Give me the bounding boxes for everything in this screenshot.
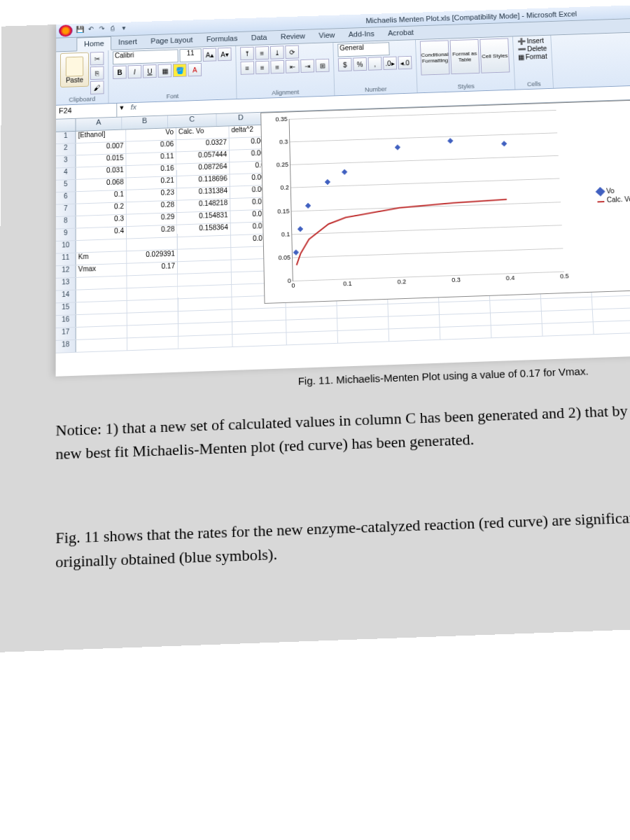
number-format-select[interactable]: General: [337, 42, 390, 57]
cell[interactable]: [594, 321, 630, 334]
indent-inc-icon[interactable]: ⇥: [300, 59, 314, 73]
cell[interactable]: [178, 248, 232, 261]
cell[interactable]: [127, 312, 178, 325]
grow-font-icon[interactable]: A▴: [203, 48, 217, 62]
border-icon[interactable]: ▦: [158, 64, 172, 77]
cell[interactable]: [232, 321, 286, 335]
cell[interactable]: [178, 235, 232, 248]
cell[interactable]: 0.4: [76, 227, 127, 240]
cell[interactable]: [76, 338, 127, 351]
cell[interactable]: [76, 326, 127, 339]
delete-cells-button[interactable]: ➖Delete: [517, 45, 547, 53]
row-header[interactable]: 9: [56, 229, 76, 241]
align-center-icon[interactable]: ≡: [255, 61, 270, 74]
tab-view[interactable]: View: [312, 29, 342, 43]
col-header[interactable]: C: [168, 114, 217, 127]
cell[interactable]: 0.154831: [177, 211, 230, 224]
name-box[interactable]: F24: [56, 104, 117, 119]
cell[interactable]: [76, 301, 127, 314]
cell[interactable]: 0.1: [76, 190, 127, 204]
cell[interactable]: 0.28: [127, 225, 178, 239]
cell[interactable]: 0.16: [126, 164, 176, 178]
cell[interactable]: [491, 324, 543, 337]
cell[interactable]: [440, 326, 492, 339]
row-header[interactable]: 11: [56, 253, 76, 266]
name-box-dropdown-icon[interactable]: ▾: [117, 103, 127, 116]
embedded-chart[interactable]: 00.050.10.150.20.250.30.3500.10.20.30.40…: [260, 100, 630, 304]
italic-button[interactable]: I: [128, 65, 142, 78]
cell[interactable]: 0.131384: [177, 187, 230, 200]
cell[interactable]: [542, 322, 594, 335]
cell[interactable]: [286, 318, 337, 332]
row-header[interactable]: 7: [56, 204, 76, 216]
shrink-font-icon[interactable]: A▾: [218, 48, 232, 61]
undo-icon[interactable]: ↶: [86, 25, 96, 35]
qat-more-icon[interactable]: ▾: [119, 24, 129, 34]
row-header[interactable]: 18: [56, 340, 76, 353]
cell[interactable]: 0.17: [127, 262, 178, 275]
cell[interactable]: 0.007: [76, 142, 127, 155]
orientation-icon[interactable]: ⟳: [285, 46, 299, 59]
cell[interactable]: [232, 332, 287, 346]
redo-icon[interactable]: ↷: [97, 24, 107, 34]
row-header[interactable]: 16: [56, 315, 76, 328]
align-middle-icon[interactable]: ≡: [255, 46, 269, 59]
row-header[interactable]: 12: [56, 265, 76, 278]
cell[interactable]: [178, 335, 232, 349]
cell[interactable]: 0.06: [126, 140, 176, 153]
copy-icon[interactable]: ⎘: [90, 66, 104, 80]
cell[interactable]: Calc. Vo: [176, 126, 230, 139]
row-header[interactable]: 14: [56, 290, 76, 303]
cell[interactable]: [541, 298, 593, 311]
cell[interactable]: Vmax: [76, 264, 127, 277]
cell[interactable]: 0.118696: [177, 174, 230, 188]
cell[interactable]: 0.015: [76, 154, 127, 167]
cell[interactable]: [542, 309, 594, 323]
cell[interactable]: [76, 276, 127, 289]
cell[interactable]: [178, 272, 232, 286]
cell[interactable]: [593, 308, 630, 321]
cell[interactable]: [232, 308, 286, 321]
font-color-icon[interactable]: A: [188, 63, 202, 76]
row-header[interactable]: 4: [56, 168, 76, 180]
row-header[interactable]: 8: [56, 216, 76, 228]
cell[interactable]: [178, 260, 232, 274]
underline-button[interactable]: U: [143, 64, 157, 78]
cell[interactable]: Km: [76, 251, 127, 265]
cell[interactable]: [127, 299, 178, 312]
cell[interactable]: [127, 237, 178, 251]
cell[interactable]: [178, 309, 232, 323]
paste-button[interactable]: Paste: [60, 52, 89, 88]
cell[interactable]: 0.029391: [127, 250, 178, 263]
dec-decimal-icon[interactable]: ◂.0: [398, 56, 412, 69]
col-header[interactable]: A: [76, 118, 122, 131]
worksheet-grid[interactable]: A B C D E F G H I J K L M 1[Ethanol]VoCa…: [56, 94, 630, 354]
fill-color-icon[interactable]: 🪣: [173, 64, 187, 77]
cell[interactable]: 0.23: [127, 188, 177, 202]
cell[interactable]: 0.031: [76, 166, 127, 179]
save-icon[interactable]: 💾: [75, 26, 85, 36]
tab-acrobat[interactable]: Acrobat: [381, 26, 421, 41]
cell[interactable]: [337, 304, 388, 318]
cell[interactable]: [127, 337, 178, 350]
align-top-icon[interactable]: ⤒: [240, 47, 254, 60]
font-name-select[interactable]: Calibri: [113, 49, 178, 64]
tab-formulas[interactable]: Formulas: [200, 32, 244, 47]
cell[interactable]: 0.0327: [176, 139, 230, 152]
tab-home[interactable]: Home: [76, 36, 111, 51]
conditional-formatting-button[interactable]: Conditional Formatting: [420, 40, 450, 75]
row-header[interactable]: 10: [56, 241, 76, 253]
select-all-corner[interactable]: [56, 119, 76, 132]
col-header[interactable]: B: [122, 115, 168, 129]
cell[interactable]: 0.29: [127, 213, 177, 226]
align-bottom-icon[interactable]: ⤓: [270, 46, 284, 59]
merge-icon[interactable]: ⊞: [316, 59, 330, 72]
cell-styles-button[interactable]: Cell Styles: [479, 38, 510, 74]
row-header[interactable]: 1: [56, 132, 76, 144]
cell[interactable]: [337, 317, 389, 330]
cell[interactable]: 0.158364: [177, 223, 231, 237]
cell[interactable]: [286, 306, 337, 319]
cell[interactable]: [127, 324, 178, 337]
cell[interactable]: [76, 314, 127, 327]
tab-insert[interactable]: Insert: [111, 35, 144, 49]
